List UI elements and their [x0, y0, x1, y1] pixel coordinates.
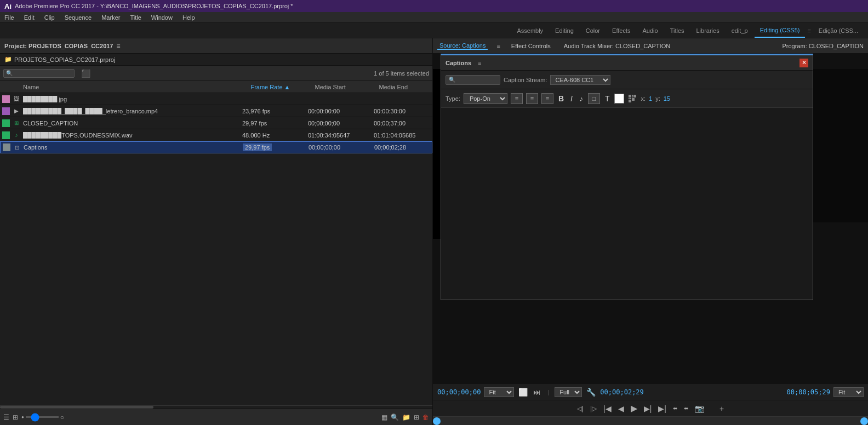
playhead-start: [433, 417, 441, 425]
transport-controls: ◁| |▷ |◀ ◀ ▶ ▶| ▶| ⬌ ⬌ 📷 +: [433, 400, 868, 416]
project-panel: Project: PROJETOS_COPIAS_CC2017 ≡ 📁 PROJ…: [0, 38, 433, 425]
zoom-out-icon[interactable]: ●: [21, 415, 24, 420]
file-name: CLOSED_CAPTION: [23, 120, 242, 127]
menu-title[interactable]: Title: [128, 14, 143, 21]
timeline-ruler: [433, 416, 868, 425]
y-value[interactable]: 15: [664, 95, 670, 102]
file-item-captions[interactable]: ⊡ Captions 29,97 fps 00;00;00;00 00;00;0…: [0, 141, 432, 153]
menu-marker[interactable]: Marker: [99, 14, 122, 21]
captions-close-button[interactable]: ✕: [800, 59, 808, 67]
add-marker-btn[interactable]: +: [718, 404, 725, 413]
new-bin-icon[interactable]: ⬛: [81, 69, 90, 78]
menu-file[interactable]: File: [2, 14, 16, 21]
step-fwd-btn2[interactable]: ▶|: [643, 404, 653, 413]
menu-edit[interactable]: Edit: [22, 14, 37, 21]
align-left-button[interactable]: ≡: [511, 93, 523, 104]
color-bar: [2, 107, 10, 115]
file-mediaend: 00;00;02;28: [374, 144, 429, 151]
source-panel-menu-icon[interactable]: ≡: [496, 43, 500, 49]
zoom-in-icon[interactable]: ○: [60, 413, 64, 421]
step-back-btn[interactable]: ◀: [617, 404, 625, 413]
tab-titles[interactable]: Titles: [665, 23, 690, 38]
tab-audio[interactable]: Audio: [637, 23, 663, 38]
bold-button[interactable]: B: [557, 94, 566, 103]
menu-window[interactable]: Window: [149, 14, 175, 21]
right-panel: Source: Captions ≡ Effect Controls Audio…: [433, 38, 868, 425]
fit-select-2[interactable]: Fit: [833, 387, 864, 397]
file-name: ████████.jpg: [23, 96, 242, 102]
file-mediastart: 00:00:00:00: [308, 108, 374, 114]
col-framerate-header[interactable]: Frame Rate ▲: [250, 84, 315, 90]
file-name: █████████_████_████_letrero_branco.mp4: [23, 108, 242, 114]
mark-out-btn[interactable]: |▷: [589, 405, 598, 412]
music-button[interactable]: ♪: [578, 94, 585, 103]
workspace-bar: Assembly Editing Color Effects Audio Tit…: [0, 23, 868, 38]
align-right-button[interactable]: ≡: [541, 93, 553, 104]
step-fwd-btn[interactable]: ⏭: [532, 388, 542, 397]
tab-edit-p[interactable]: edit_p: [726, 23, 753, 38]
type-select[interactable]: Pop-On: [464, 93, 507, 104]
fit-select[interactable]: Fit: [484, 387, 514, 397]
storyboard-icon[interactable]: ▦: [381, 413, 387, 421]
project-title: Project: PROJETOS_COPIAS_CC2017: [4, 43, 113, 49]
tab-libraries[interactable]: Libraries: [691, 23, 725, 38]
grid-view-icon[interactable]: ⊞: [13, 413, 18, 421]
menu-sequence[interactable]: Sequence: [62, 14, 94, 21]
new-folder-icon[interactable]: 📁: [402, 413, 410, 421]
caption-bg-color[interactable]: [614, 94, 624, 104]
overwrite-btn[interactable]: ⬌: [683, 405, 689, 411]
delete-icon[interactable]: 🗑: [422, 413, 429, 421]
mark-in-btn[interactable]: ◁|: [576, 405, 585, 412]
source-tab-audio-mixer[interactable]: Audio Track Mixer: CLOSED_CAPTION: [562, 43, 672, 49]
tab-editing-css5[interactable]: Editing (CSS5): [755, 23, 806, 38]
tab-editing[interactable]: Editing: [550, 23, 579, 38]
wrench-btn[interactable]: 🔧: [585, 388, 597, 397]
menu-clip[interactable]: Clip: [42, 14, 57, 21]
timecode-in[interactable]: 00;00;00;00: [437, 388, 481, 396]
file-item[interactable]: ♪ █████████TOPS.OUDNESSMIX.wav 48.000 Hz…: [0, 129, 432, 141]
tab-assembly[interactable]: Assembly: [511, 23, 549, 38]
menu-help[interactable]: Help: [180, 14, 197, 21]
search-project-icon[interactable]: 🔍: [391, 413, 399, 421]
go-to-out-btn[interactable]: ▶|: [657, 404, 667, 413]
file-item[interactable]: 🖼 ████████.jpg: [0, 93, 432, 105]
project-panel-header: Project: PROJETOS_COPIAS_CC2017 ≡: [0, 38, 432, 54]
file-mediastart: 00;00;00;00: [308, 120, 374, 127]
export-frame-btn[interactable]: 📷: [694, 404, 705, 413]
new-item-icon[interactable]: ⊞: [414, 413, 419, 421]
zoom-slider[interactable]: [26, 416, 59, 418]
insert-btn[interactable]: ⬌: [672, 405, 678, 411]
box-button[interactable]: □: [588, 93, 600, 104]
search-input[interactable]: [14, 70, 72, 77]
search-wrapper[interactable]: 🔍: [3, 69, 75, 78]
text-bg-button[interactable]: T: [603, 94, 612, 103]
align-center-button[interactable]: ≡: [526, 93, 538, 104]
file-item[interactable]: ⊞ CLOSED_CAPTION 29,97 fps 00;00;00;00 0…: [0, 117, 432, 129]
captions-menu-icon[interactable]: ≡: [478, 60, 481, 66]
tab-edicao-css[interactable]: Edição (CSS...: [813, 23, 864, 38]
framerate-selected: 29,97 fps: [243, 143, 272, 151]
caption-stream-select[interactable]: CEA-608 CC1: [550, 75, 610, 85]
source-tab-effects[interactable]: Effect Controls: [509, 43, 553, 49]
timecode-end[interactable]: 00;00;05;29: [787, 388, 830, 396]
timecode-out[interactable]: 00;00;02;29: [600, 388, 643, 396]
col-mediastart-header: Media Start: [315, 84, 379, 90]
go-to-in-btn[interactable]: |◀: [602, 404, 613, 413]
file-item[interactable]: ▶ █████████_████_████_letrero_branco.mp4…: [0, 105, 432, 117]
project-panel-menu-icon[interactable]: ≡: [116, 42, 120, 50]
quality-select[interactable]: Full: [555, 387, 582, 397]
captions-float-panel: Captions ≡ ✕ 🔍 Caption Stream: CEA-608 C…: [441, 54, 813, 300]
captions-search-input[interactable]: [457, 77, 497, 83]
tab-effects[interactable]: Effects: [607, 23, 636, 38]
set-in-btn[interactable]: ⬜: [517, 388, 529, 397]
file-framerate: 29,97 fps: [242, 120, 308, 127]
x-value[interactable]: 1: [649, 95, 652, 102]
list-view-icon[interactable]: ☰: [3, 413, 9, 421]
source-tab-captions[interactable]: Source: Captions: [437, 42, 488, 50]
main-layout: Project: PROJETOS_COPIAS_CC2017 ≡ 📁 PROJ…: [0, 38, 868, 425]
type-label: Type:: [446, 95, 460, 102]
play-btn[interactable]: ▶: [630, 403, 638, 413]
italic-button[interactable]: I: [569, 94, 574, 103]
captions-search-box[interactable]: 🔍: [446, 75, 500, 85]
tab-color[interactable]: Color: [580, 23, 606, 38]
